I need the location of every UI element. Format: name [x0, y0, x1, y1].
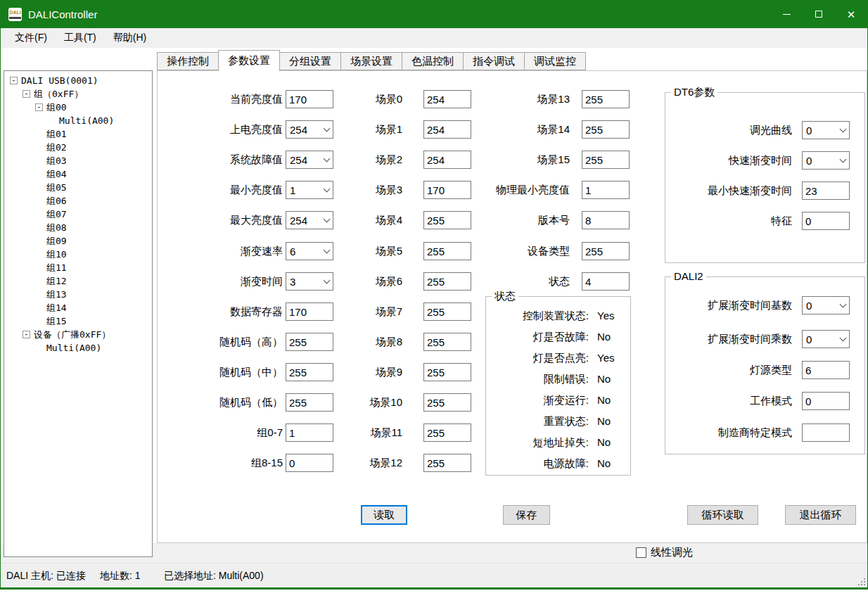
- minus-box-icon[interactable]: -: [23, 331, 30, 338]
- tree-item[interactable]: 组14: [4, 301, 152, 314]
- status-group-body: 控制装置状态:Yes灯是否故障:No灯是否点亮:Yes限制错误:No渐变运行:N…: [486, 297, 630, 475]
- dali2-param-input[interactable]: [802, 392, 850, 410]
- scene-input[interactable]: [423, 454, 471, 472]
- param-input[interactable]: [582, 272, 630, 291]
- tree-item-label: 组06: [46, 195, 67, 208]
- tree-item[interactable]: -DALI USB(0001): [4, 74, 152, 87]
- tree-item[interactable]: 组15: [4, 314, 152, 328]
- param-input[interactable]: [582, 211, 630, 229]
- tree-item[interactable]: 组08: [4, 221, 152, 234]
- close-button[interactable]: ✕: [835, 0, 867, 28]
- window-controls: ✕: [770, 0, 867, 28]
- scene-label: 场景2: [326, 151, 402, 169]
- dali2-param-label: 工作模式: [665, 392, 792, 410]
- status-row-label: 控制装置状态:: [489, 309, 589, 323]
- scene-label: 场景8: [326, 333, 402, 351]
- scene-input[interactable]: [423, 211, 471, 229]
- tab-scene-settings[interactable]: 场景设置: [340, 52, 402, 70]
- tree-item[interactable]: 组09: [4, 234, 152, 248]
- scene-input[interactable]: [423, 120, 471, 139]
- checkbox-box[interactable]: [636, 547, 646, 558]
- menu-item-help[interactable]: 帮助(H): [108, 29, 152, 47]
- dali2-param-combo[interactable]: 0: [802, 330, 850, 348]
- tree-item[interactable]: -组00: [4, 101, 152, 114]
- maximize-icon: [815, 11, 822, 18]
- tab-parameter-settings[interactable]: 参数设置: [218, 50, 280, 71]
- tab-debug-monitor[interactable]: 调试监控: [524, 52, 586, 70]
- dali2-param-combo[interactable]: 0: [802, 296, 850, 314]
- tree-item-label: 组01: [46, 128, 67, 141]
- tree-item[interactable]: 组01: [4, 127, 152, 141]
- status-row-label: 渐变运行:: [489, 393, 589, 407]
- tab-group-settings[interactable]: 分组设置: [279, 52, 341, 70]
- param-label: 系统故障值: [159, 151, 283, 169]
- scene-input[interactable]: [423, 151, 471, 169]
- tree-item[interactable]: -组（0xFF）: [4, 87, 152, 101]
- param-input[interactable]: [582, 151, 630, 169]
- scene-input[interactable]: [423, 272, 471, 291]
- minimize-button[interactable]: [770, 0, 803, 28]
- scene-input[interactable]: [423, 333, 471, 351]
- status-selected-address: 已选择地址: Multi(A00): [164, 563, 264, 588]
- tree-item[interactable]: 组11: [4, 261, 152, 274]
- read-button[interactable]: 读取: [361, 505, 407, 525]
- scene-input[interactable]: [423, 363, 471, 381]
- menu-item-file[interactable]: 文件(F): [9, 29, 53, 47]
- tree-item[interactable]: 组13: [4, 288, 152, 301]
- status-row-value: No: [597, 393, 611, 407]
- scene-input[interactable]: [423, 393, 471, 412]
- dt6-param-input[interactable]: [802, 182, 850, 200]
- status-row-label: 灯是否点亮:: [489, 351, 589, 365]
- resize-grip-icon[interactable]: [856, 576, 865, 585]
- dali2-param-input[interactable]: [802, 361, 850, 379]
- tree-item[interactable]: 组06: [4, 194, 152, 208]
- combo-value: 0: [806, 333, 812, 345]
- param-input[interactable]: [582, 120, 630, 139]
- param-input[interactable]: [582, 181, 630, 199]
- tree-item[interactable]: 组02: [4, 141, 152, 154]
- chevron-down-icon: [840, 125, 847, 132]
- tab-color-temp-control[interactable]: 色温控制: [402, 52, 464, 70]
- scene-input[interactable]: [423, 181, 471, 199]
- menu-item-tools[interactable]: 工具(T): [58, 29, 102, 47]
- param-input[interactable]: [582, 90, 630, 108]
- tree-item[interactable]: 组07: [4, 208, 152, 221]
- tab-operation-control[interactable]: 操作控制: [157, 52, 219, 70]
- linear-dimming-checkbox[interactable]: 线性调光: [636, 546, 693, 559]
- tree-item[interactable]: Multi(A00): [4, 114, 152, 127]
- tree-item[interactable]: 组12: [4, 274, 152, 288]
- minus-box-icon[interactable]: -: [35, 103, 43, 111]
- scene-input[interactable]: [423, 90, 471, 108]
- tree-item[interactable]: 组10: [4, 248, 152, 261]
- param-input[interactable]: [582, 242, 630, 260]
- tree-item[interactable]: 组05: [4, 181, 152, 194]
- dt6-param-input[interactable]: [802, 212, 850, 230]
- combo-value: 0: [806, 300, 812, 312]
- scene-input[interactable]: [423, 302, 471, 321]
- tree-item[interactable]: 组03: [4, 154, 152, 167]
- param-label: 状态: [476, 272, 570, 291]
- status-row-label: 限制错误:: [489, 372, 589, 386]
- maximize-button[interactable]: [803, 0, 835, 28]
- loop-read-button[interactable]: 循环读取: [687, 505, 758, 525]
- dali2-param-input[interactable]: [802, 424, 850, 442]
- minus-box-icon[interactable]: -: [23, 90, 30, 98]
- menubar: 文件(F)工具(T)帮助(H): [1, 28, 867, 48]
- status-row-value: No: [597, 414, 611, 428]
- tree-item-label: Multi(A00): [46, 343, 101, 353]
- tree-item[interactable]: Multi(A00): [4, 341, 152, 355]
- dt6-param-combo[interactable]: 0: [802, 151, 850, 170]
- tree-item[interactable]: 组04: [4, 167, 152, 181]
- minus-box-icon[interactable]: -: [10, 77, 18, 84]
- dt6-param-label: 特征: [665, 212, 792, 230]
- tree-item[interactable]: -设备（广播0xFF）: [4, 328, 152, 341]
- exit-loop-button[interactable]: 退出循环: [785, 505, 856, 525]
- tree-item-label: 组05: [46, 182, 67, 194]
- combo-value: 1: [290, 184, 295, 196]
- save-button[interactable]: 保存: [503, 505, 550, 525]
- tab-command-debug[interactable]: 指令调试: [463, 52, 525, 70]
- dt6-param-combo[interactable]: 0: [802, 121, 850, 139]
- status-row-value: No: [597, 435, 611, 450]
- scene-input[interactable]: [423, 242, 471, 260]
- scene-input[interactable]: [423, 424, 471, 442]
